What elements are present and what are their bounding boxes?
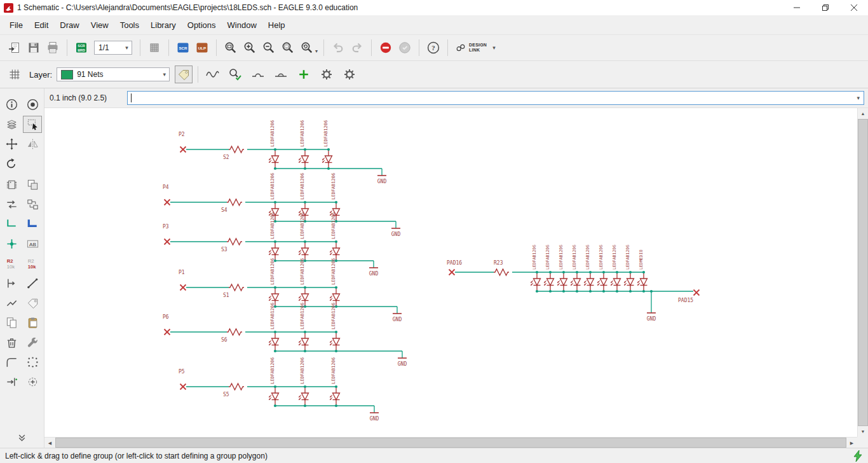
svg-text:GND: GND [377, 179, 387, 184]
wire-hop2-button[interactable] [272, 66, 290, 83]
delete-tool-button[interactable] [2, 334, 21, 351]
switch-board-button[interactable]: SCRBRD [72, 39, 90, 57]
zoom-out-button[interactable] [260, 39, 278, 57]
polygon-tool-button[interactable] [23, 354, 42, 371]
copy-tool-button[interactable] [23, 176, 42, 193]
name-tool-button[interactable]: R210k [2, 255, 21, 272]
vertical-scrollbar[interactable]: ▲ ▼ [857, 108, 868, 437]
menu-draw[interactable]: Draw [54, 18, 85, 32]
group-tool-button[interactable] [23, 116, 42, 133]
horizontal-scrollbar[interactable]: ◀ ▶ [44, 437, 857, 448]
titlebar: 1 Schematic - C:\Users\Alejandra\Documen… [0, 0, 868, 15]
optimize-tool-button[interactable] [23, 373, 42, 390]
invoke-tool-button[interactable] [2, 275, 21, 292]
rotate-tool-button[interactable] [1, 155, 20, 172]
run-ulp-button[interactable]: ULP [193, 39, 211, 57]
menu-file[interactable]: File [4, 18, 29, 32]
run-script-button[interactable]: SCR [174, 39, 192, 57]
svg-text:LEDFAB1206: LEDFAB1206 [572, 245, 577, 270]
circuit-p2[interactable]: P2S2LEDFAB1206LEDFAB1206LEDFAB1206GND [179, 120, 386, 184]
circuit-p4[interactable]: P4S4LEDFAB1206LEDFAB1206LEDFAB1206GND [163, 173, 400, 237]
maximize-button[interactable] [811, 0, 839, 15]
menu-library[interactable]: Library [145, 18, 182, 32]
schematic-canvas[interactable]: P2S2LEDFAB1206LEDFAB1206LEDFAB1206GNDP4S… [44, 108, 857, 440]
display-layers-tool-button[interactable] [2, 116, 21, 133]
menu-help[interactable]: Help [262, 18, 291, 32]
horizontal-scroll-thumb[interactable] [55, 438, 846, 448]
attribute-tool-button[interactable] [23, 294, 42, 312]
open-file-button[interactable] [6, 39, 24, 57]
help-button[interactable]: ? [424, 39, 442, 57]
layer-selector[interactable]: 91 Nets ▾ [57, 67, 170, 81]
add-part-tool-button[interactable] [2, 176, 21, 193]
gateswap-tool-button[interactable] [23, 196, 42, 213]
pin-array-tool-button[interactable] [2, 373, 21, 390]
menu-tools[interactable]: Tools [114, 18, 145, 32]
scroll-right-button[interactable]: ▶ [846, 438, 857, 448]
gear-b-button[interactable] [341, 66, 358, 83]
stop-button[interactable] [377, 39, 395, 57]
go-button[interactable] [396, 39, 414, 57]
grid-settings-button[interactable] [6, 66, 24, 83]
wire-icon [26, 277, 39, 290]
chip-button[interactable] [146, 39, 163, 57]
save-icon [27, 41, 41, 55]
print-button[interactable] [44, 39, 62, 57]
paste-tool-button[interactable] [23, 314, 42, 331]
minimize-button[interactable] [782, 0, 811, 15]
menu-view[interactable]: View [85, 18, 114, 32]
scroll-up-button[interactable]: ▲ [858, 108, 868, 119]
menu-options[interactable]: Options [182, 18, 222, 32]
save-button[interactable] [25, 39, 43, 57]
mirror-tool-button[interactable] [23, 135, 42, 153]
zoom-redraw-button[interactable] [298, 39, 316, 57]
change-tool-button[interactable] [23, 334, 42, 351]
zoom-check-button[interactable] [226, 66, 244, 83]
circuit-p1[interactable]: P1S1LEDFAB1206LEDFAB1206LEDFAB1206GND [179, 258, 402, 322]
menu-edit[interactable]: Edit [29, 18, 54, 32]
design-link-button[interactable]: DESIGNLINK▾ [455, 42, 499, 53]
redo-button[interactable] [348, 39, 366, 57]
circuit-p5[interactable]: P5S5LEDFAB1206LEDFAB1206LEDFAB1206GND [179, 357, 379, 422]
command-dropdown-icon[interactable]: ▾ [854, 95, 862, 101]
show-tool-button[interactable] [23, 96, 42, 113]
delete-icon [5, 336, 18, 349]
label-tool-button[interactable]: AB [23, 235, 42, 252]
vertical-scroll-thumb[interactable] [858, 119, 868, 426]
close-button[interactable] [839, 0, 868, 15]
copy-sheet-tool-button[interactable] [2, 314, 21, 331]
zoom-in-button[interactable] [241, 39, 259, 57]
menu-window[interactable]: Window [222, 18, 262, 32]
move-tool-button[interactable] [2, 135, 21, 153]
more-tools-button[interactable] [13, 428, 32, 445]
split-tool-button[interactable] [2, 294, 21, 312]
info-tool-button[interactable] [2, 96, 21, 113]
palette-row [1, 155, 43, 174]
wire-tool-button[interactable] [23, 275, 42, 292]
label-tag-button[interactable] [175, 66, 193, 83]
wire-hop-button[interactable] [249, 66, 267, 83]
add-plus-button[interactable] [295, 66, 313, 83]
zoom-fit-button[interactable] [222, 39, 240, 57]
wave-button[interactable] [203, 66, 221, 83]
split-icon [5, 296, 18, 310]
zoom-dropdown-icon[interactable]: ▾ [315, 48, 318, 54]
gateswap-icon [26, 198, 39, 211]
circuit-p6[interactable]: P6S6LEDFAB1206LEDFAB1206LEDFAB1206GND [163, 303, 407, 367]
junction-tool-button[interactable] [2, 235, 21, 252]
miter-tool-button[interactable] [2, 354, 21, 371]
svg-text:P6: P6 [163, 314, 169, 320]
command-input[interactable]: ▾ [127, 91, 864, 105]
zoom-select-button[interactable] [279, 39, 297, 57]
scroll-down-button[interactable]: ▼ [858, 426, 868, 437]
net-tool-button[interactable] [2, 216, 21, 233]
sheet-selector[interactable]: 1/1▾ [94, 41, 132, 55]
toolbar-separator [216, 39, 217, 56]
gear-button[interactable] [318, 66, 336, 83]
circuit-pad16[interactable]: PAD16R23LEDFAB1206LEDFAB1206LEDFAB1206LE… [447, 245, 700, 322]
bus-tool-button[interactable] [23, 216, 42, 233]
pinswap-tool-button[interactable] [2, 196, 21, 213]
undo-button[interactable] [329, 39, 347, 57]
value-tool-button[interactable]: R210k [23, 255, 42, 272]
scroll-left-button[interactable]: ◀ [44, 438, 55, 448]
